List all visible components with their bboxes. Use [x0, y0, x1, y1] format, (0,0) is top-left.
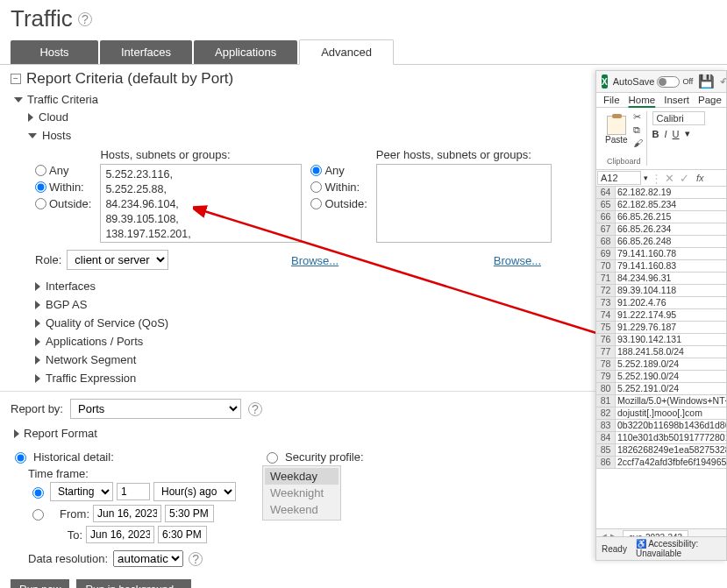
tf-unit-select[interactable]: Hour(s) ago [153, 482, 236, 501]
enter-formula-icon[interactable]: ✓ [677, 172, 692, 185]
peer-any-radio[interactable] [310, 165, 322, 176]
hosts-within-radio[interactable] [35, 181, 46, 193]
tab-applications[interactable]: Applications [194, 40, 297, 64]
row-number[interactable]: 82 [596, 407, 616, 419]
row-number[interactable]: 65 [596, 199, 616, 210]
cut-icon[interactable]: ✂ [633, 111, 643, 123]
row-number[interactable]: 76 [596, 334, 616, 345]
cell-value[interactable]: 84.234.96.31 [616, 273, 726, 284]
sec-weekday[interactable]: Weekday [265, 468, 339, 485]
tab-advanced[interactable]: Advanced [299, 39, 394, 65]
caret-right-icon[interactable] [35, 301, 40, 309]
table-row[interactable]: 6666.85.26.215 [596, 211, 726, 223]
save-icon[interactable]: 💾 [698, 74, 715, 89]
format-painter-icon[interactable]: 🖌 [633, 138, 643, 148]
table-row[interactable]: 6979.141.160.78 [596, 248, 726, 260]
font-more-icon[interactable]: ▾ [685, 128, 690, 139]
row-number[interactable]: 80 [596, 383, 616, 394]
table-row[interactable]: 7391.202.4.76 [596, 297, 726, 309]
table-row[interactable]: 862ccf7a42afd3fbfe6f194965c74b [596, 457, 726, 469]
cell-value[interactable]: 110e301d3b50191777280102 [616, 432, 726, 443]
caret-right-icon[interactable] [35, 337, 40, 346]
caret-right-icon[interactable] [28, 113, 33, 122]
menu-home[interactable]: Home [629, 95, 656, 105]
table-row[interactable]: 7079.141.160.83 [596, 260, 726, 273]
menu-page[interactable]: Page [698, 95, 722, 105]
cell-value[interactable]: 1826268249e1ea58275328102 [616, 444, 726, 456]
peer-outside-radio[interactable] [310, 198, 322, 209]
tree-bgp[interactable]: BGP AS [46, 298, 87, 311]
help-icon[interactable]: ? [248, 402, 262, 416]
table-row[interactable]: 851826268249e1ea58275328102 [596, 444, 726, 457]
table-row[interactable]: 6462.182.82.19 [596, 187, 726, 199]
run-now-button[interactable]: Run now [11, 579, 69, 588]
tf-to-time[interactable] [158, 526, 207, 543]
table-row[interactable]: 7491.222.174.95 [596, 309, 726, 322]
name-box-dropdown-icon[interactable]: ▾ [641, 174, 651, 182]
hosts-textarea[interactable]: 5.252.23.116, 5.252.25.88, 84.234.96.104… [100, 164, 302, 243]
cell-value[interactable]: 66.85.26.215 [616, 211, 726, 223]
row-number[interactable]: 70 [596, 260, 616, 272]
underline-button[interactable]: U [673, 129, 680, 139]
tf-to-date[interactable] [86, 526, 154, 543]
table-row[interactable]: 7591.229.76.187 [596, 322, 726, 334]
cell-value[interactable]: 91.229.76.187 [616, 322, 726, 333]
table-row[interactable]: 805.252.191.0/24 [596, 383, 726, 395]
security-profile-list[interactable]: Weekday Weeknight Weekend [262, 465, 341, 521]
table-row[interactable]: 7693.190.142.131 [596, 334, 726, 346]
name-box[interactable]: A12 [597, 171, 641, 185]
table-row[interactable]: 830b3220b11698b1436d1d866ac [596, 420, 726, 432]
tree-hosts[interactable]: Hosts [42, 129, 71, 142]
tree-netseg[interactable]: Network Segment [46, 353, 136, 366]
undo-icon[interactable]: ↶ [720, 75, 727, 89]
cell-value[interactable]: 0b3220b11698b1436d1d866ac [616, 420, 726, 431]
hosts-browse-link[interactable]: Browse... [291, 254, 347, 267]
tree-qos[interactable]: Quality of Service (QoS) [46, 316, 168, 329]
sec-weekend[interactable]: Weekend [265, 501, 339, 518]
copy-icon[interactable]: ⧉ [633, 124, 643, 136]
row-number[interactable]: 64 [596, 187, 616, 198]
cell-value[interactable]: 62.182.85.234 [616, 199, 726, 210]
caret-right-icon[interactable] [14, 429, 19, 438]
security-radio[interactable] [267, 452, 278, 464]
row-number[interactable]: 71 [596, 273, 616, 284]
table-row[interactable]: 84110e301d3b50191777280102 [596, 432, 726, 444]
data-res-select[interactable]: automatic [113, 550, 183, 567]
table-row[interactable]: 7289.39.104.118 [596, 285, 726, 297]
tree-interfaces[interactable]: Interfaces [46, 280, 96, 293]
cell-value[interactable]: 93.190.142.131 [616, 334, 726, 345]
run-background-button[interactable]: Run in background... [76, 579, 191, 588]
row-number[interactable]: 73 [596, 297, 616, 308]
cell-value[interactable]: 89.39.104.118 [616, 285, 726, 296]
tree-apps[interactable]: Applications / Ports [46, 335, 143, 348]
table-row[interactable]: 77188.241.58.0/24 [596, 346, 726, 358]
menu-insert[interactable]: Insert [664, 95, 689, 105]
cancel-formula-icon[interactable]: ✕ [662, 172, 677, 185]
historical-radio[interactable] [15, 452, 26, 464]
caret-right-icon[interactable] [35, 282, 40, 291]
caret-down-icon[interactable] [28, 133, 37, 138]
cell-value[interactable]: 79.141.160.83 [616, 260, 726, 272]
row-number[interactable]: 72 [596, 285, 616, 296]
caret-right-icon[interactable] [35, 374, 40, 383]
tree-cloud[interactable]: Cloud [39, 110, 68, 124]
table-row[interactable]: 795.252.190.0/24 [596, 371, 726, 383]
report-format-label[interactable]: Report Format [24, 427, 97, 440]
tf-starting-radio[interactable] [32, 487, 44, 499]
cell-value[interactable]: 5.252.190.0/24 [616, 371, 726, 382]
table-row[interactable]: 785.252.189.0/24 [596, 358, 726, 371]
row-number[interactable]: 84 [596, 432, 616, 443]
caret-right-icon[interactable] [35, 319, 40, 328]
row-number[interactable]: 75 [596, 322, 616, 333]
table-row[interactable]: 82dojustit[.]mooo[.]com [596, 407, 726, 420]
tree-texpr[interactable]: Traffic Expression [46, 372, 136, 385]
cell-value[interactable]: 5.252.189.0/24 [616, 358, 726, 370]
tf-from-date[interactable] [93, 505, 161, 522]
cell-value[interactable]: 66.85.26.248 [616, 236, 726, 247]
row-number[interactable]: 79 [596, 371, 616, 382]
cell-value[interactable]: 66.85.26.234 [616, 223, 726, 235]
row-number[interactable]: 68 [596, 236, 616, 247]
collapse-icon[interactable]: − [11, 74, 21, 84]
cell-value[interactable]: 91.202.4.76 [616, 297, 726, 308]
tf-from-time[interactable] [165, 505, 214, 522]
